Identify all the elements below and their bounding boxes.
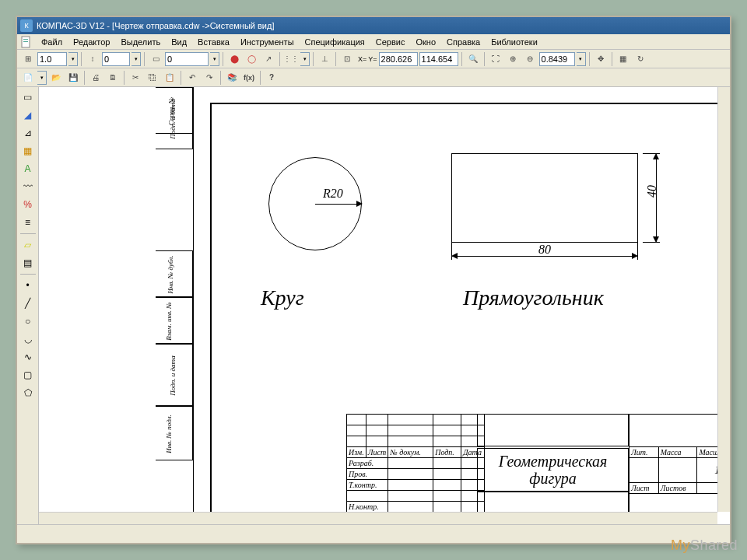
circle-tool-icon[interactable]: ○: [19, 313, 37, 330]
tool-panel: ▭ ◢ ⊿ ▦ A 〰 % ≡ ▱ ▤ • ╱ ○ ◡ ∿ ▢ ⬠: [17, 87, 39, 524]
rect-tool-icon[interactable]: ▢: [19, 366, 37, 383]
vstamp-4: Взам. инв. №: [156, 297, 193, 344]
app-icon: К: [20, 19, 33, 32]
menu-file[interactable]: Файл: [36, 36, 68, 48]
fx-icon[interactable]: f(x): [241, 70, 257, 86]
zoom-icon[interactable]: 🔍: [465, 51, 481, 67]
toolbar-2: 📄 ▾ 📂 💾 🖨 🗎 ✂ ⿻ 📋 ↶ ↷ 📚 f(x) ?: [17, 68, 730, 87]
dim-height-value: 40: [645, 185, 659, 198]
watermark: MyShared: [671, 537, 738, 554]
edit-tool-icon[interactable]: 〰: [19, 178, 37, 195]
dim-height: 40: [651, 153, 661, 243]
menu-service[interactable]: Сервис: [370, 36, 411, 48]
scale-drop[interactable]: ▾: [68, 52, 78, 66]
menu-select[interactable]: Выделить: [115, 36, 166, 48]
param-tool-icon[interactable]: %: [19, 196, 37, 213]
grid-icon[interactable]: ⊞: [20, 51, 36, 67]
rectangle-shape: [451, 153, 638, 243]
new-icon[interactable]: 📄: [20, 70, 36, 86]
vstamp-3: Инв. № дубл.: [156, 250, 193, 297]
circle-label: Круг: [261, 285, 304, 310]
step-icon[interactable]: ↕: [85, 51, 100, 67]
text-tool-icon[interactable]: A: [19, 160, 37, 177]
lib-icon[interactable]: 📚: [224, 70, 240, 86]
title-block: Изм.Лист№ докум.Подп.Дата Разраб. Пров. …: [346, 414, 717, 512]
scrollbar-vertical[interactable]: [717, 87, 730, 512]
open-icon[interactable]: 📂: [48, 70, 64, 86]
zoom-drop[interactable]: ▾: [577, 52, 586, 66]
status-bar: [17, 524, 730, 543]
drawing-title: Геометрическая фигура: [477, 448, 629, 492]
help-icon[interactable]: ?: [264, 70, 279, 86]
menu-spec[interactable]: Спецификация: [300, 36, 370, 48]
select-tool-icon[interactable]: ▭: [19, 89, 37, 106]
radius-dimension: R20: [323, 187, 343, 201]
step1-input[interactable]: [102, 52, 130, 66]
step2-drop[interactable]: ▾: [210, 52, 219, 66]
dim-width: 80: [451, 250, 638, 261]
coord-y[interactable]: [419, 52, 458, 66]
snap2-icon[interactable]: ◯: [244, 51, 259, 67]
layer-icon[interactable]: ▭: [148, 51, 163, 67]
point-tool-icon[interactable]: •: [19, 277, 37, 294]
measure-tool-icon[interactable]: ≡: [19, 214, 37, 231]
line-tool-icon[interactable]: ╱: [19, 295, 37, 312]
refresh-icon[interactable]: ↻: [633, 51, 648, 67]
x-label: X=: [358, 55, 366, 63]
paste-icon[interactable]: 📋: [162, 70, 177, 86]
zoom-in-icon[interactable]: ⊕: [505, 51, 521, 67]
title-bar: К КОМПАС-3D V12 - [Чертеж отправка.cdw -…: [17, 17, 730, 34]
spec-tool-icon[interactable]: ▱: [19, 236, 37, 254]
view-icon[interactable]: ▦: [615, 51, 631, 67]
coord-x[interactable]: [379, 52, 418, 66]
toolbar-1: ⊞ ▾ ↕ ▾ ▭ ▾ ⬤ ◯ ↗ ⋮⋮ ▾ ⊥ ⊡ X= Y= 🔍 ⛶ ⊕ ⊖…: [17, 50, 730, 68]
snap1-icon[interactable]: ⬤: [226, 51, 242, 67]
new-drop[interactable]: ▾: [37, 71, 47, 85]
zoom-out-icon[interactable]: ⊖: [522, 51, 538, 67]
step2-input[interactable]: [165, 52, 209, 66]
undo-icon[interactable]: ↶: [184, 70, 200, 86]
grid-snap-drop[interactable]: ▾: [300, 52, 310, 66]
scrollbar-horizontal[interactable]: [39, 512, 717, 524]
pan-icon[interactable]: ✥: [593, 51, 608, 67]
grid-snap-icon[interactable]: ⋮⋮: [283, 51, 299, 67]
step1-drop[interactable]: ▾: [132, 52, 141, 66]
redo-icon[interactable]: ↷: [202, 70, 217, 86]
menu-view[interactable]: Вид: [166, 36, 192, 48]
copy-icon[interactable]: ⿻: [145, 70, 160, 86]
menu-help[interactable]: Справка: [441, 36, 486, 48]
ortho-icon[interactable]: ⊥: [317, 51, 332, 67]
rect-label: Прямоугольник: [463, 285, 604, 310]
menu-tools[interactable]: Инструменты: [235, 36, 300, 48]
svg-rect-1: [23, 39, 28, 40]
menu-insert[interactable]: Вставка: [192, 36, 235, 48]
drawing-canvas[interactable]: Справ. № Подп. и дата Инв. № дубл. Взам.…: [39, 87, 717, 512]
coord-mode-icon[interactable]: ⊡: [339, 51, 355, 67]
geometry-tool-icon[interactable]: ◢: [19, 107, 37, 124]
spline-tool-icon[interactable]: ∿: [19, 348, 37, 366]
vstamp-6: Инв. № подл.: [156, 406, 193, 460]
window-title: КОМПАС-3D V12 - [Чертеж отправка.cdw ->С…: [37, 21, 275, 30]
save-icon[interactable]: 💾: [65, 70, 81, 86]
zoom-extents-icon[interactable]: ⛶: [488, 51, 503, 67]
preview-icon[interactable]: 🗎: [105, 70, 121, 86]
polygon-tool-icon[interactable]: ⬠: [19, 384, 37, 401]
doc-icon: [20, 36, 33, 48]
menu-window[interactable]: Окно: [410, 36, 441, 48]
arc-tool-icon[interactable]: ◡: [19, 331, 37, 348]
radius-arrow: [356, 201, 363, 207]
snap3-icon[interactable]: ↗: [261, 51, 276, 67]
menu-editor[interactable]: Редактор: [68, 36, 115, 48]
print-icon[interactable]: 🖨: [88, 70, 103, 86]
dimension-tool-icon[interactable]: ⊿: [19, 124, 37, 142]
cut-icon[interactable]: ✂: [128, 70, 143, 86]
dim-width-value: 80: [451, 243, 638, 257]
radius-line: [315, 204, 362, 205]
scale-input[interactable]: [37, 52, 67, 66]
menu-bar: Файл Редактор Выделить Вид Вставка Инстр…: [17, 34, 730, 50]
hatch-tool-icon[interactable]: ▦: [19, 142, 37, 159]
vstamp-5: Подп. и дата: [156, 344, 193, 406]
report-tool-icon[interactable]: ▤: [19, 254, 37, 271]
menu-libraries[interactable]: Библиотеки: [486, 36, 543, 48]
zoom-input[interactable]: [539, 52, 575, 66]
